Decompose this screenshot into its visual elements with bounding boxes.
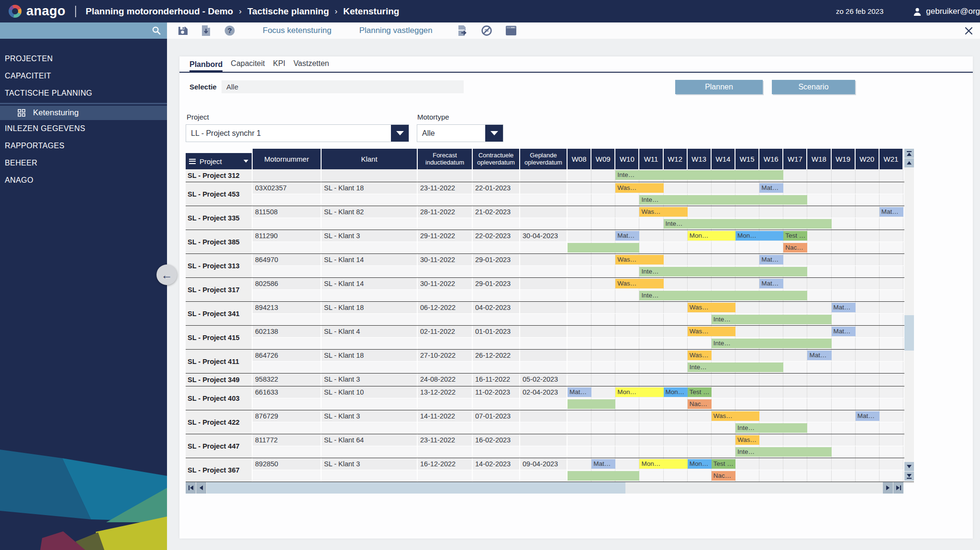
gantt-bar[interactable]: Was… — [615, 279, 663, 288]
tab-kpi[interactable]: KPI — [273, 59, 286, 72]
gantt-bar[interactable]: Was… — [615, 183, 663, 193]
tab-planbord[interactable]: Planbord — [189, 60, 223, 73]
table-row[interactable]: SL - Project 415602138SL - Klant 402-11-… — [186, 326, 914, 350]
scroll-first-button[interactable] — [186, 482, 196, 494]
sidebar-item-rapportages[interactable]: RAPPORTAGES — [0, 137, 167, 154]
gantt-bar[interactable] — [568, 471, 639, 481]
table-row[interactable]: SL - Project 447811772SL - Klant 6423-11… — [186, 434, 914, 458]
motortype-dropdown[interactable]: Alle — [417, 124, 503, 142]
gantt-bar[interactable]: Mat… — [759, 279, 783, 288]
project-cell[interactable]: SL - Project 453 — [186, 182, 253, 206]
gantt-bar[interactable]: Inte… — [639, 291, 807, 300]
table-row[interactable]: SL - Project 45303X02357SL - Klant 1823-… — [186, 182, 914, 206]
gantt-bar[interactable]: Inte… — [735, 423, 807, 433]
gantt-bar[interactable]: Mon… — [688, 231, 735, 241]
scenario-button[interactable]: Scenario — [772, 80, 855, 94]
scroll-down-button[interactable] — [904, 462, 914, 471]
breadcrumb-app[interactable]: Planning motoronderhoud - Demo — [86, 6, 233, 17]
vertical-scroll-thumb[interactable] — [904, 315, 914, 351]
help-icon[interactable]: ? — [224, 25, 235, 36]
table-row[interactable]: SL - Project 349958322SL - Klant 324-08-… — [186, 374, 914, 386]
table-row[interactable]: SL - Project 341894213SL - Klant 1806-12… — [186, 302, 914, 326]
gantt-bar[interactable]: Inte… — [639, 267, 807, 276]
project-cell[interactable]: SL - Project 313 — [186, 254, 253, 277]
planning-vastleggen-link[interactable]: Planning vastleggen — [359, 26, 433, 35]
gantt-bar[interactable]: Was… — [688, 303, 735, 312]
breadcrumb-section[interactable]: Tactische planning — [247, 6, 329, 17]
gantt-bar[interactable] — [568, 399, 615, 409]
gantt-bar[interactable]: Inte… — [639, 195, 807, 205]
project-cell[interactable]: SL - Project 403 — [186, 386, 253, 410]
save-icon[interactable] — [178, 26, 188, 36]
block-icon[interactable] — [481, 25, 492, 36]
gantt-bar[interactable]: Mon… — [639, 459, 687, 469]
gantt-bar[interactable]: Was… — [639, 207, 687, 217]
export-icon[interactable] — [458, 25, 468, 36]
plannen-button[interactable]: Plannen — [675, 80, 763, 94]
tab-capaciteit[interactable]: Capaciteit — [231, 59, 265, 72]
gantt-bar[interactable]: Mon… — [664, 387, 688, 397]
search-icon[interactable] — [152, 26, 161, 35]
project-cell[interactable]: SL - Project 447 — [186, 434, 253, 458]
table-row[interactable]: SL - Project 335811508SL - Klant 8228-11… — [186, 206, 914, 230]
gantt-bar[interactable]: Mat… — [807, 351, 831, 360]
table-row[interactable]: SL - Project 403661633SL - Klant 1013-12… — [186, 386, 914, 410]
gantt-bar[interactable]: Mat… — [568, 387, 591, 397]
scroll-right-button[interactable] — [883, 482, 893, 494]
selectie-field[interactable]: Alle — [222, 80, 464, 93]
gantt-bar[interactable]: Mat… — [856, 411, 880, 421]
table-row[interactable]: SL - Project 411864726SL - Klant 1827-10… — [186, 350, 914, 374]
gantt-bar[interactable]: Inte… — [615, 170, 783, 180]
table-row[interactable]: SL - Project 313864970SL - Klant 1430-11… — [186, 254, 914, 278]
gantt-bar[interactable]: Test … — [783, 231, 807, 241]
gantt-bar[interactable]: Mon… — [735, 231, 783, 241]
table-row[interactable]: SL - Project 385811290SL - Klant 329-11-… — [186, 230, 914, 254]
table-row[interactable]: SL - Project 312Inte… — [186, 169, 914, 182]
gantt-bar[interactable]: Was… — [615, 255, 663, 264]
gantt-bar[interactable]: Nac… — [688, 399, 712, 409]
gantt-bar[interactable]: Mat… — [832, 327, 856, 336]
gantt-bar[interactable]: Test … — [688, 387, 712, 397]
scroll-last-button[interactable] — [893, 482, 903, 494]
project-cell[interactable]: SL - Project 317 — [186, 278, 253, 301]
table-row[interactable]: SL - Project 367892850SL - Klant 316-12-… — [186, 458, 914, 482]
project-cell[interactable]: SL - Project 385 — [186, 230, 253, 253]
horizontal-scroll-thumb[interactable] — [207, 482, 625, 494]
sidebar-item-ketensturing[interactable]: Ketensturing — [0, 106, 167, 120]
project-dropdown[interactable]: LL - Project synchr 1 — [186, 124, 409, 142]
table-row[interactable]: SL - Project 422876729SL - Klant 314-11-… — [186, 410, 914, 434]
gantt-bar[interactable]: Mon… — [615, 387, 663, 397]
gantt-bar[interactable]: Inte… — [735, 447, 832, 457]
project-cell[interactable]: SL - Project 367 — [186, 458, 253, 482]
sidebar-item-beheer[interactable]: BEHEER — [0, 154, 167, 172]
download-icon[interactable] — [201, 25, 211, 36]
calendar-icon[interactable] — [506, 26, 516, 35]
scroll-up-button[interactable] — [904, 158, 914, 167]
gantt-bar[interactable]: Was… — [688, 351, 712, 360]
sidebar-item-anago[interactable]: ANAGO — [0, 172, 167, 189]
gantt-bar[interactable]: Inte… — [712, 315, 832, 324]
scroll-bottom-button[interactable] — [904, 472, 914, 481]
project-header-button[interactable]: Project — [186, 153, 252, 169]
gantt-bar[interactable]: Mon… — [688, 459, 712, 469]
gantt-bar[interactable]: Mat… — [759, 183, 783, 193]
gantt-bar[interactable]: Inte… — [664, 219, 832, 229]
gantt-bar[interactable] — [568, 243, 639, 253]
gantt-bar[interactable]: Mat… — [615, 231, 639, 241]
collapse-sidebar-button[interactable]: ← — [156, 264, 177, 285]
gantt-bar[interactable]: Nac… — [712, 471, 735, 481]
sidebar-item-projecten[interactable]: PROJECTEN — [0, 50, 167, 67]
scroll-top-button[interactable] — [904, 149, 914, 158]
scroll-left-button[interactable] — [196, 482, 206, 494]
breadcrumb-page[interactable]: Ketensturing — [343, 6, 399, 17]
project-cell[interactable]: SL - Project 415 — [186, 326, 253, 349]
project-cell[interactable]: SL - Project 411 — [186, 350, 253, 373]
gantt-bar[interactable]: Inte… — [712, 339, 832, 348]
gantt-bar[interactable]: Was… — [735, 435, 759, 445]
gantt-bar[interactable]: Mat… — [880, 207, 903, 217]
gantt-bar[interactable]: Inte… — [688, 363, 784, 372]
focus-ketensturing-link[interactable]: Focus ketensturing — [263, 26, 332, 35]
gantt-bar[interactable]: Mat… — [759, 255, 783, 264]
sidebar-item-inlezen-gegevens[interactable]: INLEZEN GEGEVENS — [0, 120, 167, 137]
gantt-bar[interactable]: Mat… — [832, 303, 856, 312]
